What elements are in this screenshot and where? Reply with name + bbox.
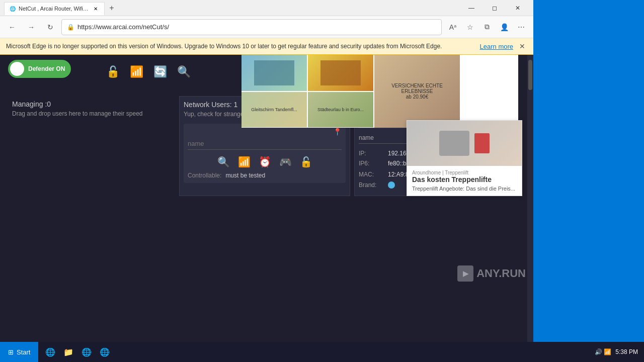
defender-toggle[interactable]: Defender ON — [8, 60, 71, 78]
start-label: Start — [17, 348, 30, 356]
refresh-tool-icon[interactable]: 🔄 — [153, 65, 167, 78]
url-bar[interactable]: 🔒 https://www.arcai.com/netCut/s/ — [61, 19, 442, 35]
lock-tool-icon[interactable]: 🔓 — [106, 65, 120, 78]
scrollbar[interactable] — [527, 55, 533, 342]
info-bar: Microsoft Edge is no longer supported on… — [0, 38, 533, 55]
anyrun-play-icon: ▶ — [457, 265, 473, 282]
ad-popup[interactable]: Aroundhome | Treppenlift Das kosten Trep… — [407, 120, 522, 196]
search-tool-icon[interactable]: 🔍 — [177, 65, 191, 78]
taskbar-folder-icon[interactable]: 📁 — [60, 342, 76, 362]
ad-brand: Aroundhome | Treppenlift — [412, 170, 517, 175]
alarm-action-icon[interactable]: ⏰ — [259, 156, 271, 168]
unlock-action-icon[interactable]: 🔓 — [300, 156, 312, 168]
restore-button[interactable]: ◻ — [483, 0, 506, 16]
close-window-button[interactable]: ✕ — [506, 0, 529, 16]
ip6-label: IP6: — [359, 160, 384, 167]
profile-button[interactable]: 👤 — [496, 19, 512, 35]
defender-label: Defender ON — [28, 65, 65, 72]
refresh-button[interactable]: ↻ — [42, 19, 58, 35]
favorites-button[interactable]: ☆ — [462, 19, 478, 35]
user-card: 📍 🔍 📶 ⏰ 🎮 🔓 Controllable: — [184, 124, 346, 183]
new-tab-button[interactable]: + — [105, 1, 119, 15]
learn-more-link[interactable]: Learn more — [480, 43, 513, 50]
ad-title: Das kosten Treppenlifte — [412, 175, 517, 184]
ip-label: IP: — [359, 150, 384, 157]
wifi-tool-icon[interactable]: 📶 — [130, 65, 143, 78]
user-name-input[interactable] — [188, 138, 342, 150]
more-button[interactable]: ⋯ — [513, 19, 529, 35]
info-bar-close-button[interactable]: ✕ — [517, 41, 527, 51]
game-action-icon[interactable]: 🎮 — [279, 156, 292, 168]
window-controls: — ◻ ✕ — [460, 0, 529, 16]
taskbar-icons: 🌐 📁 🌐 🌐 — [38, 342, 113, 362]
taskbar-edge-icon[interactable]: 🌐 — [97, 342, 113, 362]
icon-toolbar: 🔓 📶 🔄 🔍 — [106, 65, 191, 78]
controllable-label: Controllable: — [188, 172, 221, 179]
tab-title: NetCut , Arcai Router, Wifi Spe... — [19, 6, 89, 12]
managing-title: Managing :0 — [12, 100, 175, 108]
taskbar-chrome-icon[interactable]: 🌐 — [78, 342, 95, 362]
controllable-value: must be tested — [225, 172, 265, 179]
translate-button[interactable]: Aᵃ — [445, 19, 461, 35]
clock: 5:38 PM — [615, 348, 638, 355]
system-tray: 🔊 📶 — [595, 348, 611, 355]
managing-subtitle: Drag and drop users here to manage their… — [12, 110, 175, 117]
ad-banner[interactable]: Gleitschirm Tandemfl... Städteurlau b in… — [242, 55, 518, 128]
trusted-name-placeholder: name — [359, 134, 374, 141]
ad-popup-body: Aroundhome | Treppenlift Das kosten Trep… — [407, 166, 522, 196]
taskbar-ie-icon[interactable]: 🌐 — [42, 342, 58, 362]
tab-favicon: 🌐 — [10, 6, 16, 12]
taskbar-right: 🔊 📶 5:38 PM — [595, 348, 644, 355]
scrollbar-thumb[interactable] — [528, 60, 532, 90]
anyrun-watermark: ▶ ANY.RUN — [457, 265, 526, 282]
title-bar: 🌐 NetCut , Arcai Router, Wifi Spe... ✕ +… — [0, 0, 533, 16]
ad2-title: Städteurlau b in Euro... — [317, 107, 364, 112]
controllable-row: Controllable: must be tested — [188, 172, 342, 179]
address-bar: ← → ↻ 🔒 https://www.arcai.com/netCut/s/ … — [0, 16, 533, 38]
wifi-action-icon[interactable]: 📶 — [238, 156, 251, 168]
minimize-button[interactable]: — — [460, 0, 483, 16]
lock-icon: 🔒 — [67, 24, 74, 31]
info-bar-message: Microsoft Edge is no longer supported on… — [6, 43, 476, 50]
tab-area: 🌐 NetCut , Arcai Router, Wifi Spe... ✕ + — [4, 1, 458, 15]
toggle-circle — [10, 62, 24, 76]
search-action-icon[interactable]: 🔍 — [217, 156, 230, 168]
active-tab[interactable]: 🌐 NetCut , Arcai Router, Wifi Spe... ✕ — [4, 2, 105, 15]
start-button[interactable]: ⊞ Start — [0, 342, 38, 362]
tab-close-button[interactable]: ✕ — [92, 5, 99, 13]
ad-popup-image — [407, 121, 522, 166]
forward-button[interactable]: → — [23, 19, 39, 35]
ad-desc: Treppenlift Angebote: Das sind die Preis… — [412, 186, 517, 192]
start-icon: ⊞ — [8, 348, 14, 356]
ad1-title: Gleitschirm Tandemfl... — [251, 107, 297, 112]
url-text: https://www.arcai.com/netCut/s/ — [77, 23, 436, 31]
toolbar-icons: Aᵃ ☆ ⧉ 👤 ⋯ — [445, 19, 529, 35]
brand-dot — [388, 182, 395, 189]
managing-panel: Managing :0 Drag and drop users here to … — [8, 96, 179, 196]
browser-window: 🌐 NetCut , Arcai Router, Wifi Spe... ✕ +… — [0, 0, 533, 342]
collections-button[interactable]: ⧉ — [479, 19, 495, 35]
anyrun-label: ANY.RUN — [476, 267, 526, 280]
mac-label: MAC: — [359, 171, 384, 178]
brand-label: Brand: — [359, 182, 384, 189]
user-actions: 🔍 📶 ⏰ 🎮 🔓 — [188, 156, 342, 168]
page-content: Gleitschirm Tandemfl... Städteurlau b in… — [0, 55, 533, 342]
user-pin-icon: 📍 — [333, 128, 342, 136]
taskbar: ⊞ Start 🌐 📁 🌐 🌐 🔊 📶 5:38 PM — [0, 342, 644, 362]
back-button[interactable]: ← — [4, 19, 20, 35]
